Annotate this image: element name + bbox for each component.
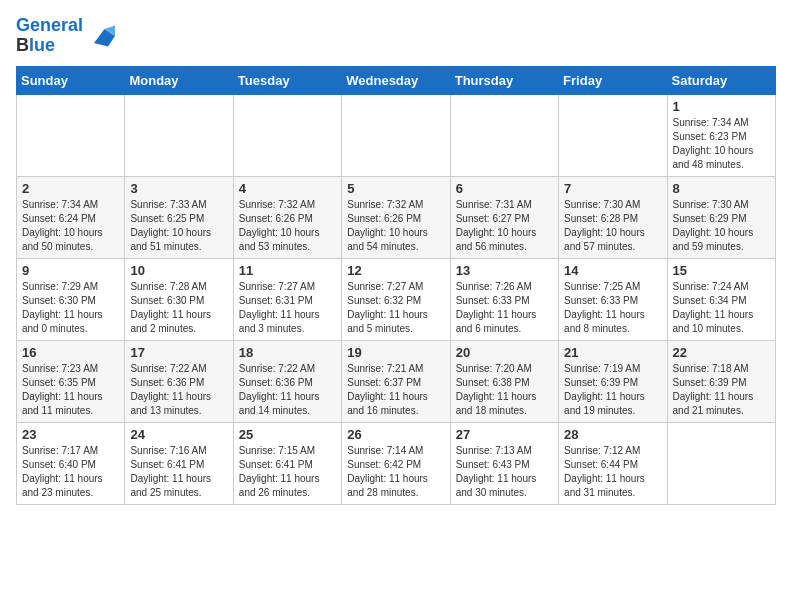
day-detail: Sunrise: 7:19 AM Sunset: 6:39 PM Dayligh… bbox=[564, 362, 661, 418]
day-detail: Sunrise: 7:14 AM Sunset: 6:42 PM Dayligh… bbox=[347, 444, 444, 500]
calendar-cell bbox=[125, 94, 233, 176]
calendar-cell: 6Sunrise: 7:31 AM Sunset: 6:27 PM Daylig… bbox=[450, 176, 558, 258]
weekday-header-thursday: Thursday bbox=[450, 66, 558, 94]
calendar-cell bbox=[342, 94, 450, 176]
weekday-header-tuesday: Tuesday bbox=[233, 66, 341, 94]
calendar-cell: 25Sunrise: 7:15 AM Sunset: 6:41 PM Dayli… bbox=[233, 422, 341, 504]
calendar-cell: 2Sunrise: 7:34 AM Sunset: 6:24 PM Daylig… bbox=[17, 176, 125, 258]
day-detail: Sunrise: 7:27 AM Sunset: 6:32 PM Dayligh… bbox=[347, 280, 444, 336]
calendar-cell bbox=[559, 94, 667, 176]
calendar-cell: 3Sunrise: 7:33 AM Sunset: 6:25 PM Daylig… bbox=[125, 176, 233, 258]
day-detail: Sunrise: 7:29 AM Sunset: 6:30 PM Dayligh… bbox=[22, 280, 119, 336]
day-number: 7 bbox=[564, 181, 661, 196]
calendar-week-row-3: 9Sunrise: 7:29 AM Sunset: 6:30 PM Daylig… bbox=[17, 258, 776, 340]
day-detail: Sunrise: 7:17 AM Sunset: 6:40 PM Dayligh… bbox=[22, 444, 119, 500]
calendar-cell: 26Sunrise: 7:14 AM Sunset: 6:42 PM Dayli… bbox=[342, 422, 450, 504]
day-detail: Sunrise: 7:12 AM Sunset: 6:44 PM Dayligh… bbox=[564, 444, 661, 500]
day-detail: Sunrise: 7:31 AM Sunset: 6:27 PM Dayligh… bbox=[456, 198, 553, 254]
calendar-cell: 7Sunrise: 7:30 AM Sunset: 6:28 PM Daylig… bbox=[559, 176, 667, 258]
day-detail: Sunrise: 7:28 AM Sunset: 6:30 PM Dayligh… bbox=[130, 280, 227, 336]
weekday-header-wednesday: Wednesday bbox=[342, 66, 450, 94]
calendar-table: SundayMondayTuesdayWednesdayThursdayFrid… bbox=[16, 66, 776, 505]
day-number: 24 bbox=[130, 427, 227, 442]
logo: General Blue bbox=[16, 16, 115, 56]
calendar-cell: 9Sunrise: 7:29 AM Sunset: 6:30 PM Daylig… bbox=[17, 258, 125, 340]
day-number: 11 bbox=[239, 263, 336, 278]
calendar-cell: 20Sunrise: 7:20 AM Sunset: 6:38 PM Dayli… bbox=[450, 340, 558, 422]
day-number: 12 bbox=[347, 263, 444, 278]
day-detail: Sunrise: 7:13 AM Sunset: 6:43 PM Dayligh… bbox=[456, 444, 553, 500]
day-number: 25 bbox=[239, 427, 336, 442]
day-number: 14 bbox=[564, 263, 661, 278]
logo-text: General Blue bbox=[16, 16, 83, 56]
calendar-cell: 22Sunrise: 7:18 AM Sunset: 6:39 PM Dayli… bbox=[667, 340, 775, 422]
calendar-week-row-5: 23Sunrise: 7:17 AM Sunset: 6:40 PM Dayli… bbox=[17, 422, 776, 504]
day-detail: Sunrise: 7:20 AM Sunset: 6:38 PM Dayligh… bbox=[456, 362, 553, 418]
day-detail: Sunrise: 7:23 AM Sunset: 6:35 PM Dayligh… bbox=[22, 362, 119, 418]
calendar-cell: 15Sunrise: 7:24 AM Sunset: 6:34 PM Dayli… bbox=[667, 258, 775, 340]
day-number: 15 bbox=[673, 263, 770, 278]
calendar-cell: 19Sunrise: 7:21 AM Sunset: 6:37 PM Dayli… bbox=[342, 340, 450, 422]
day-detail: Sunrise: 7:15 AM Sunset: 6:41 PM Dayligh… bbox=[239, 444, 336, 500]
day-detail: Sunrise: 7:27 AM Sunset: 6:31 PM Dayligh… bbox=[239, 280, 336, 336]
day-number: 2 bbox=[22, 181, 119, 196]
weekday-header-friday: Friday bbox=[559, 66, 667, 94]
day-number: 21 bbox=[564, 345, 661, 360]
day-number: 10 bbox=[130, 263, 227, 278]
calendar-cell: 1Sunrise: 7:34 AM Sunset: 6:23 PM Daylig… bbox=[667, 94, 775, 176]
calendar-cell: 24Sunrise: 7:16 AM Sunset: 6:41 PM Dayli… bbox=[125, 422, 233, 504]
calendar-cell: 10Sunrise: 7:28 AM Sunset: 6:30 PM Dayli… bbox=[125, 258, 233, 340]
day-number: 5 bbox=[347, 181, 444, 196]
weekday-header-saturday: Saturday bbox=[667, 66, 775, 94]
calendar-cell: 11Sunrise: 7:27 AM Sunset: 6:31 PM Dayli… bbox=[233, 258, 341, 340]
day-detail: Sunrise: 7:16 AM Sunset: 6:41 PM Dayligh… bbox=[130, 444, 227, 500]
calendar-cell: 17Sunrise: 7:22 AM Sunset: 6:36 PM Dayli… bbox=[125, 340, 233, 422]
calendar-cell: 4Sunrise: 7:32 AM Sunset: 6:26 PM Daylig… bbox=[233, 176, 341, 258]
calendar-cell: 8Sunrise: 7:30 AM Sunset: 6:29 PM Daylig… bbox=[667, 176, 775, 258]
calendar-cell bbox=[233, 94, 341, 176]
calendar-cell bbox=[17, 94, 125, 176]
day-detail: Sunrise: 7:25 AM Sunset: 6:33 PM Dayligh… bbox=[564, 280, 661, 336]
calendar-cell: 12Sunrise: 7:27 AM Sunset: 6:32 PM Dayli… bbox=[342, 258, 450, 340]
day-detail: Sunrise: 7:32 AM Sunset: 6:26 PM Dayligh… bbox=[347, 198, 444, 254]
day-detail: Sunrise: 7:33 AM Sunset: 6:25 PM Dayligh… bbox=[130, 198, 227, 254]
day-detail: Sunrise: 7:24 AM Sunset: 6:34 PM Dayligh… bbox=[673, 280, 770, 336]
calendar-cell bbox=[667, 422, 775, 504]
day-number: 23 bbox=[22, 427, 119, 442]
calendar-cell: 13Sunrise: 7:26 AM Sunset: 6:33 PM Dayli… bbox=[450, 258, 558, 340]
day-number: 3 bbox=[130, 181, 227, 196]
calendar-week-row-1: 1Sunrise: 7:34 AM Sunset: 6:23 PM Daylig… bbox=[17, 94, 776, 176]
day-number: 20 bbox=[456, 345, 553, 360]
day-detail: Sunrise: 7:32 AM Sunset: 6:26 PM Dayligh… bbox=[239, 198, 336, 254]
weekday-header-monday: Monday bbox=[125, 66, 233, 94]
calendar-cell: 18Sunrise: 7:22 AM Sunset: 6:36 PM Dayli… bbox=[233, 340, 341, 422]
day-number: 26 bbox=[347, 427, 444, 442]
calendar-cell: 16Sunrise: 7:23 AM Sunset: 6:35 PM Dayli… bbox=[17, 340, 125, 422]
day-number: 19 bbox=[347, 345, 444, 360]
day-detail: Sunrise: 7:30 AM Sunset: 6:28 PM Dayligh… bbox=[564, 198, 661, 254]
page-header: General Blue bbox=[16, 16, 776, 56]
day-number: 6 bbox=[456, 181, 553, 196]
calendar-cell: 28Sunrise: 7:12 AM Sunset: 6:44 PM Dayli… bbox=[559, 422, 667, 504]
calendar-cell: 23Sunrise: 7:17 AM Sunset: 6:40 PM Dayli… bbox=[17, 422, 125, 504]
day-number: 16 bbox=[22, 345, 119, 360]
day-detail: Sunrise: 7:22 AM Sunset: 6:36 PM Dayligh… bbox=[130, 362, 227, 418]
weekday-header-row: SundayMondayTuesdayWednesdayThursdayFrid… bbox=[17, 66, 776, 94]
calendar-cell: 21Sunrise: 7:19 AM Sunset: 6:39 PM Dayli… bbox=[559, 340, 667, 422]
day-detail: Sunrise: 7:21 AM Sunset: 6:37 PM Dayligh… bbox=[347, 362, 444, 418]
day-number: 13 bbox=[456, 263, 553, 278]
day-number: 22 bbox=[673, 345, 770, 360]
day-number: 4 bbox=[239, 181, 336, 196]
day-number: 28 bbox=[564, 427, 661, 442]
calendar-cell: 14Sunrise: 7:25 AM Sunset: 6:33 PM Dayli… bbox=[559, 258, 667, 340]
day-number: 1 bbox=[673, 99, 770, 114]
day-number: 9 bbox=[22, 263, 119, 278]
calendar-cell: 27Sunrise: 7:13 AM Sunset: 6:43 PM Dayli… bbox=[450, 422, 558, 504]
day-number: 27 bbox=[456, 427, 553, 442]
day-number: 18 bbox=[239, 345, 336, 360]
calendar-cell: 5Sunrise: 7:32 AM Sunset: 6:26 PM Daylig… bbox=[342, 176, 450, 258]
day-detail: Sunrise: 7:34 AM Sunset: 6:23 PM Dayligh… bbox=[673, 116, 770, 172]
day-detail: Sunrise: 7:22 AM Sunset: 6:36 PM Dayligh… bbox=[239, 362, 336, 418]
day-detail: Sunrise: 7:34 AM Sunset: 6:24 PM Dayligh… bbox=[22, 198, 119, 254]
calendar-cell bbox=[450, 94, 558, 176]
